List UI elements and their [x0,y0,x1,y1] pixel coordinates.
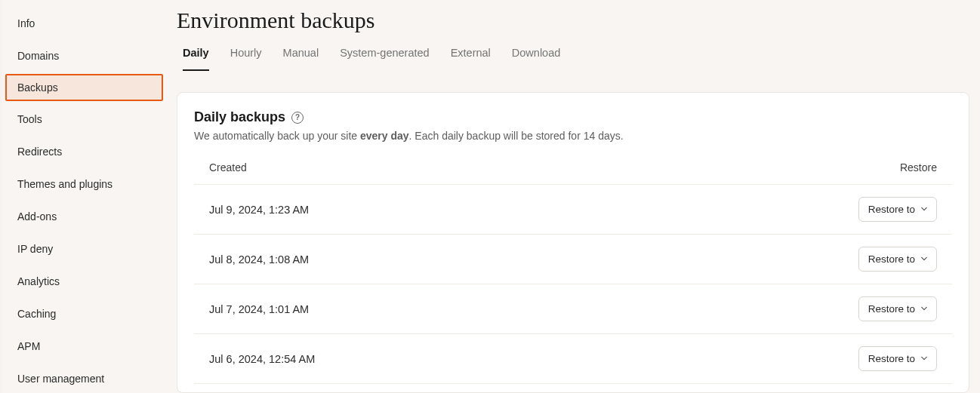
restore-button-label: Restore to [868,303,915,315]
created-cell: Jul 9, 2024, 1:23 AM [209,204,309,216]
sidebar-item-redirects[interactable]: Redirects [2,137,166,166]
created-cell: Jul 7, 2024, 1:01 AM [209,303,309,315]
table-row: Jul 9, 2024, 1:23 AMRestore to [194,185,952,235]
tab-daily[interactable]: Daily [183,47,209,71]
backups-table: Created Restore Jul 9, 2024, 1:23 AMRest… [194,161,952,384]
desc-suffix: . Each daily backup will be stored for 1… [409,130,624,142]
sidebar-item-tools[interactable]: Tools [2,105,166,134]
tab-system-generated[interactable]: System-generated [340,47,429,71]
chevron-down-icon [921,306,927,312]
help-icon[interactable]: ? [291,112,304,124]
tab-download[interactable]: Download [512,47,561,71]
sidebar: InfoDomainsBackupsToolsRedirectsThemes a… [0,0,166,393]
chevron-down-icon [921,207,927,213]
sidebar-item-backups[interactable]: Backups [5,74,163,101]
card-heading: Daily backups ? [194,109,952,125]
created-cell: Jul 8, 2024, 1:08 AM [209,253,309,266]
table-row: Jul 8, 2024, 1:08 AMRestore to [194,235,952,284]
col-restore: Restore [900,161,937,173]
restore-button-label: Restore to [868,353,915,364]
table-header: Created Restore [194,161,952,185]
page-title: Environment backups [177,8,969,33]
restore-button[interactable]: Restore to [858,346,937,371]
table-row: Jul 7, 2024, 1:01 AMRestore to [194,284,952,334]
sidebar-item-domains[interactable]: Domains [2,41,166,70]
restore-button[interactable]: Restore to [858,296,937,321]
sidebar-item-info[interactable]: Info [2,9,166,38]
table-row: Jul 6, 2024, 12:54 AMRestore to [194,334,952,384]
restore-button-label: Restore to [868,253,915,265]
chevron-down-icon [921,356,927,362]
sidebar-item-apm[interactable]: APM [2,332,166,361]
card-title: Daily backups [194,109,285,125]
restore-button[interactable]: Restore to [858,197,937,222]
card-description: We automatically back up your site every… [194,130,952,142]
backups-card: Daily backups ? We automatically back up… [177,92,969,393]
tabs: DailyHourlyManualSystem-generatedExterna… [183,47,969,71]
tab-manual[interactable]: Manual [283,47,319,71]
chevron-down-icon [921,256,927,263]
sidebar-item-add-ons[interactable]: Add-ons [2,202,166,231]
sidebar-item-analytics[interactable]: Analytics [2,267,166,296]
created-cell: Jul 6, 2024, 12:54 AM [209,353,315,365]
sidebar-item-user-management[interactable]: User management [2,364,166,393]
sidebar-item-ip-deny[interactable]: IP deny [2,235,166,263]
tab-hourly[interactable]: Hourly [230,47,262,71]
tab-external[interactable]: External [451,47,491,71]
col-created: Created [209,161,247,173]
restore-button[interactable]: Restore to [858,247,937,272]
sidebar-item-caching[interactable]: Caching [2,299,166,328]
main: Environment backups DailyHourlyManualSys… [166,0,980,393]
sidebar-item-themes-and-plugins[interactable]: Themes and plugins [2,170,166,198]
restore-button-label: Restore to [868,204,915,215]
desc-prefix: We automatically back up your site [194,130,360,142]
desc-bold: every day [360,130,409,142]
